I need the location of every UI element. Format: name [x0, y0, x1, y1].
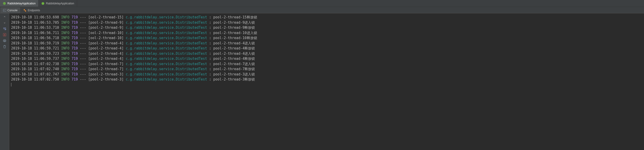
log-line: 2019-10-18 11:06:59.721 INFO 719 --- [po… [11, 46, 642, 51]
log-line: 2019-10-18 11:06:53.698 INFO 719 --- [oo… [11, 15, 642, 20]
endpoints-icon [23, 9, 26, 12]
console-gutter [0, 13, 9, 150]
scroll-down-icon[interactable] [2, 21, 7, 25]
scroll-up-icon[interactable] [2, 15, 7, 19]
trash-icon[interactable] [2, 45, 7, 49]
log-line: 2019-10-18 11:06:59.719 INFO 719 --- [po… [11, 41, 642, 46]
run-config-tab-1[interactable]: RabbitdelayApplication [0, 0, 38, 7]
console-icon [3, 9, 6, 12]
log-line: 2019-10-18 11:07:02.738 INFO 719 --- [po… [11, 62, 642, 67]
log-line: 2019-10-18 11:06:56.711 INFO 719 --- [oo… [11, 30, 642, 36]
console-output[interactable]: 2019-10-18 11:06:53.698 INFO 719 --- [oo… [9, 13, 644, 150]
scroll-to-end-icon[interactable] [2, 33, 7, 37]
print-icon[interactable] [2, 39, 7, 43]
log-line: 2019-10-18 11:06:59.737 INFO 719 --- [po… [11, 56, 642, 62]
log-line: 2019-10-18 11:07:02.740 INFO 719 --- [po… [11, 67, 642, 72]
tab-console-label: Console [8, 9, 18, 12]
tab-console[interactable]: Console [0, 7, 20, 13]
log-line: 2019-10-18 11:06:53.705 INFO 719 --- [po… [11, 20, 642, 25]
run-config-tab-label: RabbitdelayApplication [8, 2, 36, 5]
output-sub-tabs: Console Endpoints [0, 7, 644, 13]
log-line: 2019-10-18 11:06:59.723 INFO 719 --- [po… [11, 51, 642, 56]
log-line: 2019-10-18 11:07:02.747 INFO 719 --- [po… [11, 72, 642, 77]
run-config-tab-2[interactable]: RabbitdelayApplication [38, 0, 77, 7]
tab-endpoints-label: Endpoints [28, 9, 40, 12]
run-config-tab-label: RabbitdelayApplication [46, 2, 74, 5]
svg-line-3 [25, 10, 25, 10]
spring-boot-icon [3, 2, 6, 5]
run-config-tabs: RabbitdelayApplication RabbitdelayApplic… [0, 0, 644, 7]
log-line: 2019-10-18 11:06:53.710 INFO 719 --- [po… [11, 25, 642, 30]
log-line: 2019-10-18 11:07:02.750 INFO 719 --- [po… [11, 77, 642, 82]
main-area: 2019-10-18 11:06:53.698 INFO 719 --- [oo… [0, 13, 644, 150]
spring-boot-icon [41, 2, 44, 5]
log-line: 2019-10-18 11:06:56.718 INFO 719 --- [oo… [11, 35, 642, 41]
soft-wrap-icon[interactable] [2, 27, 7, 31]
tab-endpoints[interactable]: Endpoints [21, 7, 42, 13]
